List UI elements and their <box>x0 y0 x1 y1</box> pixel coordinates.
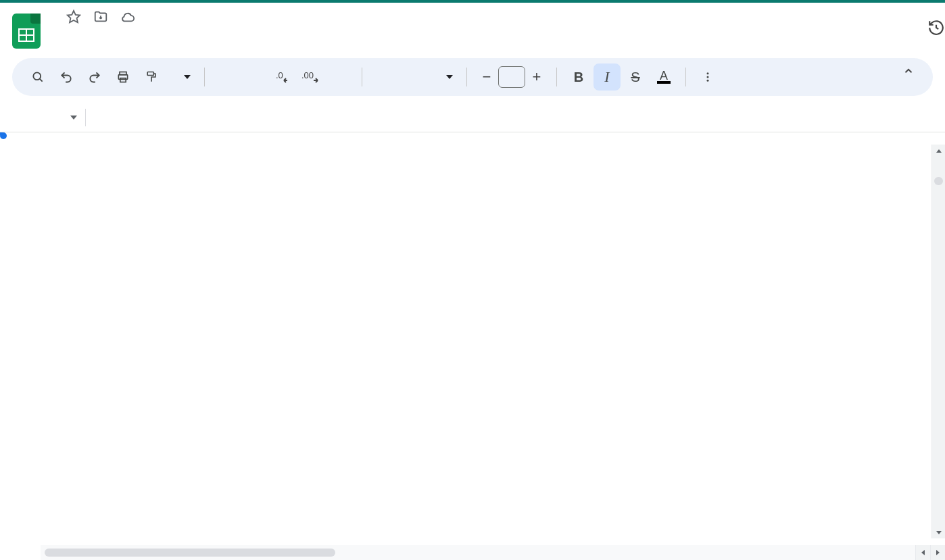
scroll-up-button[interactable] <box>932 145 945 157</box>
svg-text:.00: .00 <box>301 70 314 80</box>
chevron-down-icon <box>70 116 77 120</box>
paint-format-button[interactable] <box>138 63 165 91</box>
decrease-font-size-button[interactable]: − <box>475 66 498 88</box>
svg-point-1 <box>33 72 41 80</box>
name-box[interactable] <box>8 116 82 120</box>
vertical-scrollbar[interactable] <box>931 145 945 538</box>
bold-button[interactable]: B <box>565 63 592 91</box>
undo-button[interactable] <box>53 63 80 91</box>
star-icon[interactable] <box>66 9 81 24</box>
increase-font-size-button[interactable]: + <box>525 66 548 88</box>
svg-rect-6 <box>147 72 153 76</box>
scroll-right-button[interactable] <box>930 545 945 560</box>
print-button[interactable] <box>110 63 137 91</box>
search-menus-button[interactable] <box>24 63 51 91</box>
increase-decimal-button[interactable]: .00 <box>298 63 325 91</box>
selection-overlay <box>0 132 3 135</box>
decrease-decimal-button[interactable]: .0 <box>270 63 297 91</box>
toolbar: .0 .00 − + B I S A <box>12 58 933 96</box>
svg-point-11 <box>707 80 709 82</box>
horizontal-scrollbar[interactable] <box>41 545 915 560</box>
font-family-dropdown[interactable] <box>370 63 458 91</box>
zoom-dropdown[interactable] <box>166 63 196 91</box>
svg-point-10 <box>707 76 709 78</box>
toolbar-overflow-button[interactable] <box>694 63 721 91</box>
scroll-left-button[interactable] <box>915 545 930 560</box>
scroll-down-button[interactable] <box>932 526 945 538</box>
version-history-icon[interactable] <box>927 19 945 39</box>
svg-marker-0 <box>68 11 80 22</box>
font-size-input[interactable] <box>498 66 525 88</box>
cloud-status-icon[interactable] <box>120 9 135 24</box>
svg-text:.0: .0 <box>276 70 283 80</box>
vertical-scroll-thumb[interactable] <box>934 177 943 185</box>
svg-line-2 <box>40 79 43 82</box>
chevron-down-icon <box>446 75 453 79</box>
svg-point-9 <box>707 72 709 74</box>
selection-handle[interactable] <box>0 132 7 139</box>
more-formats-button[interactable] <box>326 63 354 91</box>
strikethrough-button[interactable]: S <box>622 63 649 91</box>
italic-button[interactable]: I <box>593 63 621 91</box>
format-percent-button[interactable] <box>241 63 268 91</box>
sheets-logo[interactable] <box>12 14 45 46</box>
text-color-button[interactable]: A <box>650 63 677 91</box>
redo-button[interactable] <box>81 63 108 91</box>
collapse-toolbar-button[interactable] <box>895 57 922 84</box>
chevron-down-icon <box>184 75 191 79</box>
format-currency-button[interactable] <box>213 63 240 91</box>
horizontal-scroll-thumb[interactable] <box>45 549 335 557</box>
move-to-folder-icon[interactable] <box>93 9 108 24</box>
